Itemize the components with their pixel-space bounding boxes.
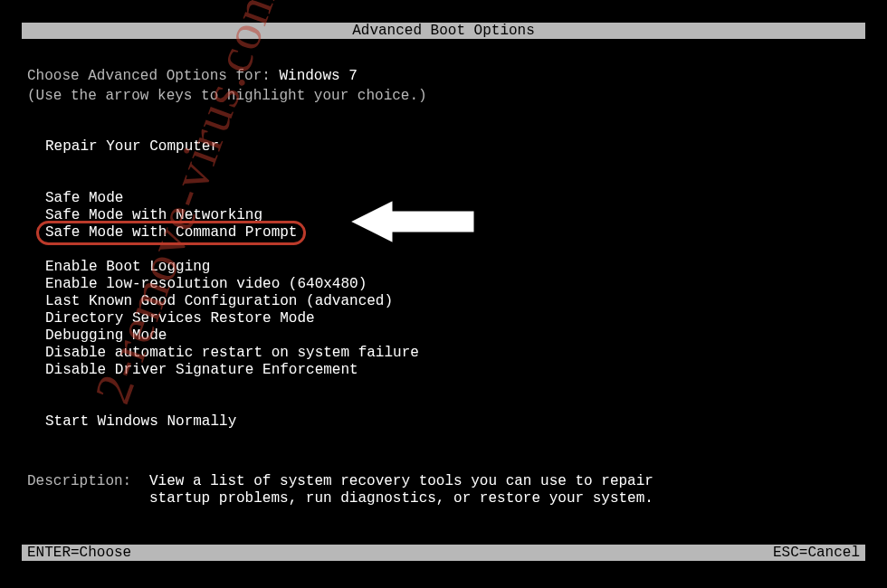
title-bar: Advanced Boot Options (22, 23, 865, 39)
hint-text: (Use the arrow keys to highlight your ch… (27, 88, 860, 104)
description-text: View a list of system recovery tools you… (149, 473, 656, 507)
footer-enter: ENTER=Choose (27, 545, 131, 561)
options-list: Repair Your Computer Safe Mode Safe Mode… (27, 138, 860, 431)
option-lkgc[interactable]: Last Known Good Configuration (advanced) (45, 293, 860, 310)
option-repair[interactable]: Repair Your Computer (45, 138, 860, 156)
description-label: Description: (27, 473, 149, 489)
page-title: Advanced Boot Options (352, 23, 535, 39)
prompt-line: Choose Advanced Options for: Windows 7 (27, 68, 860, 84)
option-safe-mode-networking[interactable]: Safe Mode with Networking (45, 207, 860, 224)
prompt-label: Choose Advanced Options for: (27, 68, 279, 84)
option-no-drvsig[interactable]: Disable Driver Signature Enforcement (45, 362, 860, 379)
option-safe-mode-cmd-label: Safe Mode with Command Prompt (45, 224, 297, 241)
option-safe-mode[interactable]: Safe Mode (45, 190, 860, 207)
option-lowres[interactable]: Enable low-resolution video (640x480) (45, 276, 860, 293)
option-safe-mode-cmd[interactable]: Safe Mode with Command Prompt (45, 224, 297, 242)
option-no-restart[interactable]: Disable automatic restart on system fail… (45, 345, 860, 362)
option-debug[interactable]: Debugging Mode (45, 327, 860, 345)
content-area: Choose Advanced Options for: Windows 7 (… (27, 68, 860, 431)
os-name: Windows 7 (279, 68, 357, 84)
description-block: Description: View a list of system recov… (27, 473, 656, 507)
option-boot-logging[interactable]: Enable Boot Logging (45, 259, 860, 276)
footer-esc: ESC=Cancel (773, 545, 860, 561)
option-start-normally[interactable]: Start Windows Normally (45, 413, 860, 431)
footer-bar: ENTER=Choose ESC=Cancel (22, 545, 865, 561)
option-dsrm[interactable]: Directory Services Restore Mode (45, 310, 860, 327)
